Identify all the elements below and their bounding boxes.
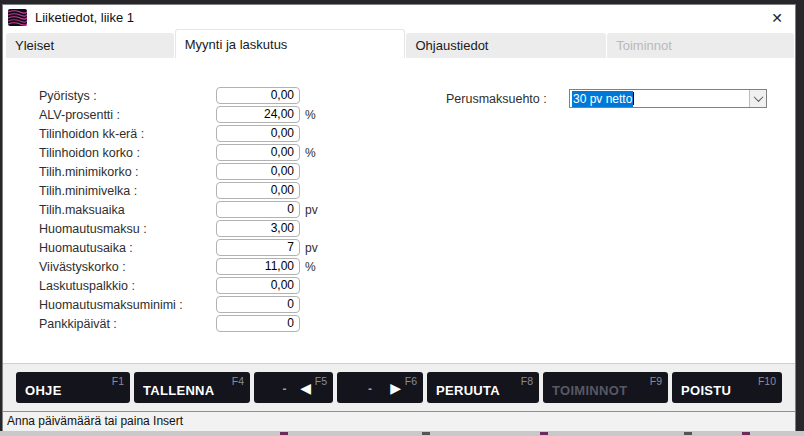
button-label: - xyxy=(368,382,372,396)
taskbar-sliver xyxy=(0,431,804,436)
form-row: Viivästyskorko :11,00% xyxy=(39,257,325,276)
form-row: Pyöristys :0,00 xyxy=(39,86,325,105)
tab-label: Myynti ja laskutus xyxy=(185,37,288,52)
button-label: PERUUTA xyxy=(436,383,500,398)
field-label: ALV-prosentti : xyxy=(39,108,216,122)
tab-label: Toiminnot xyxy=(616,38,672,53)
payment-term-label: Perusmaksuehto : xyxy=(446,92,569,106)
field-input[interactable]: 0 xyxy=(216,296,300,313)
content-area: Pyöristys :0,00ALV-prosentti :24,00%Tili… xyxy=(3,58,795,363)
field-input[interactable]: 0,00 xyxy=(216,144,300,161)
field-label: Tilih.minimivelka : xyxy=(39,184,216,198)
function-button-bar: F1OHJEF4TALLENNAF5-◀F6-▶F8PERUUTAF9TOIMI… xyxy=(3,363,795,412)
title-bar: Liiketiedot, liike 1 ✕ xyxy=(3,5,795,29)
field-suffix: pv xyxy=(305,241,325,255)
button-tallenna-f4[interactable]: F4TALLENNA xyxy=(134,372,250,403)
form-row: Tilih.maksuaika0pv xyxy=(39,200,325,219)
button-label: - xyxy=(282,382,286,396)
fkey-label: F9 xyxy=(650,375,662,387)
field-label: Pyöristys : xyxy=(39,89,216,103)
form-row: Laskutuspalkkio :0,00 xyxy=(39,276,325,295)
form-row: Tilih.minimikorko :0,00 xyxy=(39,162,325,181)
field-suffix: pv xyxy=(305,203,325,217)
fkey-label: F5 xyxy=(315,375,327,387)
fkey-label: F8 xyxy=(521,375,533,387)
field-label: Tilih.maksuaika xyxy=(39,203,216,217)
field-label: Tilinhoidon korko : xyxy=(39,146,216,160)
tab-label: Ohjaustiedot xyxy=(415,38,488,53)
payment-term-group: Perusmaksuehto : 30 pv netto xyxy=(446,89,767,108)
button-toiminnot-f9: F9TOIMINNOT xyxy=(543,372,668,403)
tab-label: Yleiset xyxy=(15,38,54,53)
field-label: Laskutuspalkkio : xyxy=(39,279,216,293)
window-title: Liiketiedot, liike 1 xyxy=(35,10,134,25)
field-label: Huomautusaika : xyxy=(39,241,216,255)
fkey-label: F6 xyxy=(405,375,417,387)
field-input[interactable]: 0,00 xyxy=(216,125,300,142)
tab-yleiset[interactable]: Yleiset xyxy=(6,33,174,58)
app-logo-icon xyxy=(8,9,27,26)
button-poistu-f10[interactable]: F10POISTU xyxy=(672,372,782,403)
button-label: TOIMINNOT xyxy=(552,383,627,398)
fkey-label: F4 xyxy=(232,375,244,387)
field-input[interactable]: 3,00 xyxy=(216,220,300,237)
button-label: OHJE xyxy=(25,383,62,398)
fkey-label: F1 xyxy=(112,375,124,387)
form-row: Tilinhoidon korko :0,00% xyxy=(39,143,325,162)
payment-term-select[interactable]: 30 pv netto xyxy=(569,89,767,108)
button-arrow-left-f5[interactable]: F5-◀ xyxy=(254,372,333,403)
field-input[interactable]: 0,00 xyxy=(216,163,300,180)
close-icon[interactable]: ✕ xyxy=(768,9,786,27)
form-row: Pankkipäivät :0 xyxy=(39,314,325,333)
payment-term-value: 30 pv netto xyxy=(572,91,633,107)
tab-ohjaustiedot[interactable]: Ohjaustiedot xyxy=(406,33,606,58)
tab-toiminnot: Toiminnot xyxy=(607,33,794,58)
form-row: Tilih.minimivelka :0,00 xyxy=(39,181,325,200)
field-input[interactable]: 0 xyxy=(216,201,300,218)
arrow-left-icon: ◀ xyxy=(300,379,311,395)
status-bar: Anna päivämäärä tai paina Insert xyxy=(3,411,795,431)
chevron-down-icon xyxy=(753,92,763,102)
dialog-window: Liiketiedot, liike 1 ✕ YleisetMyynti ja … xyxy=(2,4,796,431)
form-rows: Pyöristys :0,00ALV-prosentti :24,00%Tili… xyxy=(39,86,325,333)
form-row: Huomautusmaksu :3,00 xyxy=(39,219,325,238)
button-arrow-right-f6[interactable]: F6-▶ xyxy=(337,372,423,403)
field-input[interactable]: 11,00 xyxy=(216,258,300,275)
tab-bar: YleisetMyynti ja laskutusOhjaustiedotToi… xyxy=(3,29,795,58)
arrow-right-icon: ▶ xyxy=(390,379,401,395)
button-ohje-f1[interactable]: F1OHJE xyxy=(16,372,130,403)
form-row: ALV-prosentti :24,00% xyxy=(39,105,325,124)
field-label: Pankkipäivät : xyxy=(39,317,216,331)
tab-myynti-ja-laskutus[interactable]: Myynti ja laskutus xyxy=(175,29,406,58)
form-row: Tilinhoidon kk-erä :0,00 xyxy=(39,124,325,143)
form-row: Huomautusmaksuminimi :0 xyxy=(39,295,325,314)
fkey-label: F10 xyxy=(758,375,776,387)
field-label: Tilinhoidon kk-erä : xyxy=(39,127,216,141)
button-peruuta-f8[interactable]: F8PERUUTA xyxy=(427,372,539,403)
field-input[interactable]: 0,00 xyxy=(216,277,300,294)
text-cursor xyxy=(633,92,634,105)
field-label: Tilih.minimikorko : xyxy=(39,165,216,179)
field-input[interactable]: 7 xyxy=(216,239,300,256)
field-label: Huomautusmaksuminimi : xyxy=(39,298,216,312)
field-suffix: % xyxy=(305,146,325,160)
field-input[interactable]: 0,00 xyxy=(216,87,300,104)
field-input[interactable]: 0,00 xyxy=(216,182,300,199)
field-input[interactable]: 24,00 xyxy=(216,106,300,123)
field-label: Huomautusmaksu : xyxy=(39,222,216,236)
field-label: Viivästyskorko : xyxy=(39,260,216,274)
field-suffix: % xyxy=(305,260,325,274)
form-row: Huomautusaika :7pv xyxy=(39,238,325,257)
dropdown-button[interactable] xyxy=(749,90,766,107)
field-suffix: % xyxy=(305,108,325,122)
button-label: TALLENNA xyxy=(143,383,214,398)
button-label: POISTU xyxy=(681,383,731,398)
field-input[interactable]: 0 xyxy=(216,315,300,332)
